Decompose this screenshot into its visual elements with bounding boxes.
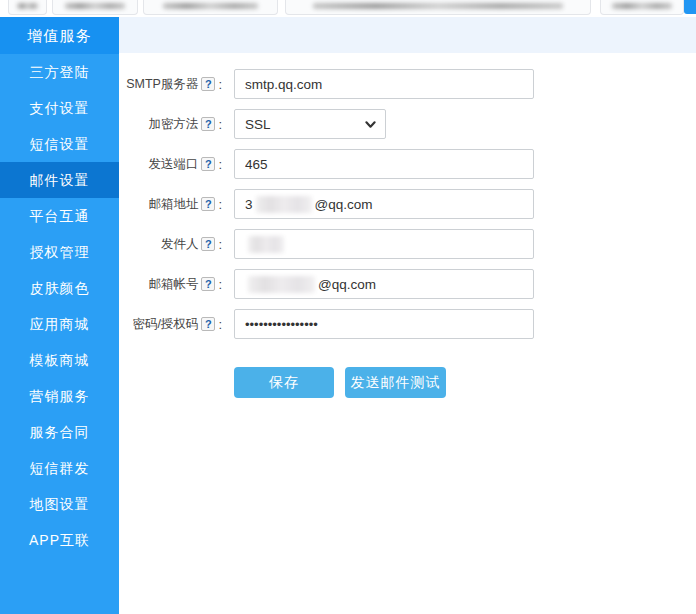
help-icon[interactable]: ? (201, 277, 215, 291)
label-colon: : (218, 237, 222, 252)
field-label-text: 加密方法 (148, 116, 198, 133)
form-row-smtp-server: SMTP服务器?: (119, 69, 696, 99)
value-text: @qq.com (318, 277, 376, 292)
help-icon[interactable]: ? (201, 237, 215, 251)
sidebar-item-template-store[interactable]: 模板商城 (0, 342, 119, 378)
value-text: 3 (245, 197, 253, 212)
email-account-label: 邮箱帐号?: (119, 276, 222, 293)
help-icon[interactable]: ? (201, 197, 215, 211)
field-label-text: 邮箱帐号 (148, 276, 198, 293)
sidebar-item-authorization-management[interactable]: 授权管理 (0, 234, 119, 270)
content: SMTP服务器?:加密方法?:SSL发送端口?:邮箱地址?:3@qq.com发件… (119, 17, 696, 614)
redacted-value (248, 236, 284, 253)
field-label-text: 密码/授权码 (132, 316, 198, 333)
help-icon[interactable]: ? (201, 117, 215, 131)
label-colon: : (218, 157, 222, 172)
label-colon: : (218, 77, 222, 92)
field-label-text: 邮箱地址 (148, 196, 198, 213)
value-text: @qq.com (315, 197, 373, 212)
email-address-input[interactable]: 3@qq.com (234, 189, 534, 219)
help-icon[interactable]: ? (201, 317, 215, 331)
encryption-method-select-wrap: SSL (234, 109, 386, 139)
redacted-value (256, 196, 312, 213)
toolbar-tab[interactable] (285, 0, 591, 15)
sender-name-label: 发件人?: (119, 236, 222, 253)
smtp-server-input[interactable] (234, 69, 534, 99)
help-icon[interactable]: ? (201, 77, 215, 91)
sidebar: 增值服务 三方登陆支付设置短信设置邮件设置平台互通授权管理皮肤颜色应用商城模板商… (0, 17, 119, 614)
sidebar-item-payment-settings[interactable]: 支付设置 (0, 90, 119, 126)
form-buttons: 保存发送邮件测试 (234, 367, 696, 398)
encryption-method-label: 加密方法?: (119, 116, 222, 133)
sidebar-item-app-store[interactable]: 应用商城 (0, 306, 119, 342)
smtp-settings-form: SMTP服务器?:加密方法?:SSL发送端口?:邮箱地址?:3@qq.com发件… (119, 53, 696, 398)
password-auth-code-input[interactable] (234, 309, 534, 339)
sidebar-item-map-settings[interactable]: 地图设置 (0, 486, 119, 522)
sidebar-item-skin-color[interactable]: 皮肤颜色 (0, 270, 119, 306)
redacted-value (248, 276, 315, 293)
redacted-text (17, 3, 37, 9)
corner-button[interactable] (684, 0, 696, 14)
sidebar-item-app-link[interactable]: APP互联 (0, 522, 119, 558)
sidebar-nav: 三方登陆支付设置短信设置邮件设置平台互通授权管理皮肤颜色应用商城模板商城营销服务… (0, 54, 119, 558)
redacted-text (313, 3, 562, 9)
field-label-text: SMTP服务器 (126, 76, 198, 93)
password-auth-code-label: 密码/授权码?: (119, 316, 222, 333)
sender-name-input[interactable] (234, 229, 534, 259)
sidebar-item-sms-bulk[interactable]: 短信群发 (0, 450, 119, 486)
email-address-label: 邮箱地址?: (119, 196, 222, 213)
encryption-method-select[interactable]: SSL (234, 109, 386, 139)
form-row-send-port: 发送端口?: (119, 149, 696, 179)
form-row-email-address: 邮箱地址?:3@qq.com (119, 189, 696, 219)
sidebar-item-platform-interop[interactable]: 平台互通 (0, 198, 119, 234)
toolbar-tab[interactable] (600, 0, 684, 15)
redacted-text (65, 3, 125, 9)
sidebar-item-service-contract[interactable]: 服务合同 (0, 414, 119, 450)
form-row-sender-name: 发件人?: (119, 229, 696, 259)
form-row-encryption-method: 加密方法?:SSL (119, 109, 696, 139)
send-port-input[interactable] (234, 149, 534, 179)
sidebar-item-marketing-services[interactable]: 营销服务 (0, 378, 119, 414)
field-label-text: 发送端口 (148, 156, 198, 173)
label-colon: : (218, 317, 222, 332)
label-colon: : (218, 197, 222, 212)
label-colon: : (218, 277, 222, 292)
form-row-email-account: 邮箱帐号?:@qq.com (119, 269, 696, 299)
send-mail-test-button[interactable]: 发送邮件测试 (345, 367, 446, 398)
content-top-band (119, 17, 696, 53)
label-colon: : (218, 117, 222, 132)
redacted-text (163, 3, 259, 9)
redacted-text (612, 3, 671, 9)
smtp-server-label: SMTP服务器?: (119, 76, 222, 93)
form-row-password-auth-code: 密码/授权码?: (119, 309, 696, 339)
toolbar (0, 0, 696, 17)
sidebar-item-third-party-login[interactable]: 三方登陆 (0, 54, 119, 90)
toolbar-tab[interactable] (143, 0, 278, 15)
toolbar-tab[interactable] (52, 0, 138, 15)
send-port-label: 发送端口?: (119, 156, 222, 173)
toolbar-tab[interactable] (8, 0, 47, 15)
sidebar-item-sms-settings[interactable]: 短信设置 (0, 126, 119, 162)
field-label-text: 发件人 (161, 236, 199, 253)
email-account-input[interactable]: @qq.com (234, 269, 534, 299)
sidebar-header: 增值服务 (0, 17, 119, 54)
help-icon[interactable]: ? (201, 157, 215, 171)
save-button[interactable]: 保存 (234, 367, 334, 398)
sidebar-item-email-settings[interactable]: 邮件设置 (0, 162, 119, 198)
